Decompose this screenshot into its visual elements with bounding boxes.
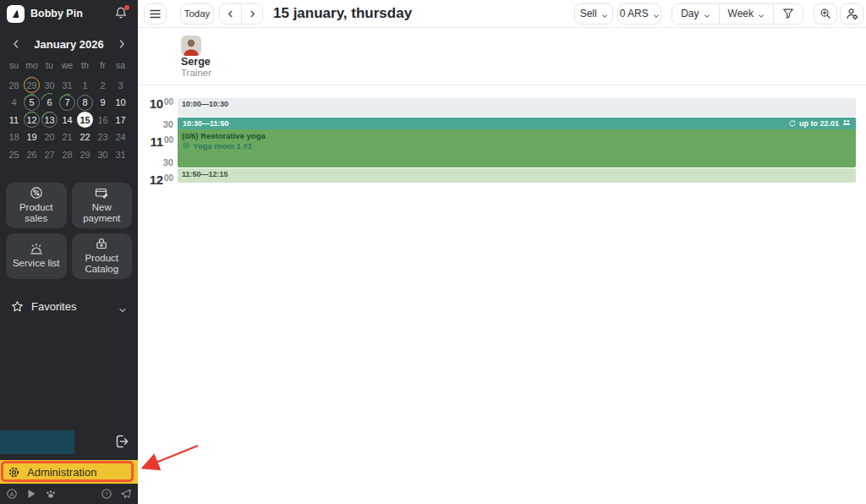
calendar-day-22[interactable]: 22 (77, 129, 93, 145)
notification-dot (124, 5, 129, 10)
svg-text:?: ? (105, 491, 108, 497)
logout-icon[interactable] (112, 432, 132, 452)
sell-button[interactable]: Sell (574, 3, 613, 25)
event-session[interactable]: 10:30—11:50up to 22.01(0/6) Restorative … (178, 118, 856, 167)
help-icon[interactable]: ? (101, 488, 112, 500)
event-recurrence: up to 22.01 (787, 119, 851, 128)
app-root: Bobby Pin January 2026 sumotuwethfrsa 28… (0, 0, 866, 504)
time-label-12:00: 1200 (138, 173, 173, 188)
administration-button[interactable]: Administration (0, 460, 138, 484)
calendar-day-31[interactable]: 31 (112, 146, 129, 162)
calendar-day-30[interactable]: 30 (95, 146, 111, 162)
view-switcher: Day Week (671, 3, 803, 25)
weekday-label: we (62, 60, 73, 70)
calendar-day-20[interactable]: 20 (41, 129, 58, 145)
new-payment-button[interactable]: New payment (72, 183, 133, 228)
favorites-row[interactable]: Favorites (0, 299, 138, 315)
prev-day-button[interactable] (220, 4, 241, 24)
calendar-day-5[interactable]: 5 (24, 95, 40, 111)
calendar-day-9[interactable]: 9 (95, 95, 111, 111)
bell-icon[interactable] (114, 6, 129, 21)
product-sales-button[interactable]: Product sales (6, 183, 67, 228)
calendar-day-29[interactable]: 29 (24, 77, 40, 93)
calendar-next-icon[interactable] (116, 38, 128, 50)
calendar-day-31[interactable]: 31 (59, 77, 75, 93)
weekday-label: th (81, 60, 89, 70)
calendar-day-23[interactable]: 23 (95, 129, 111, 145)
mini-calendar-weekdays: sumotuwethfrsa (5, 60, 138, 70)
main-area: Today 15 january, thursday Sell 0 ARS (138, 0, 866, 504)
service-bell-icon (30, 242, 43, 255)
star-icon (11, 300, 24, 313)
mini-calendar-days: 2829303112345678910111213141516171819202… (5, 77, 138, 164)
weekday-label: su (9, 60, 19, 70)
view-day-button[interactable]: Day (672, 4, 718, 24)
calendar-day-18[interactable]: 18 (6, 129, 22, 145)
event-blocked[interactable]: 11:50—12:15 (178, 168, 856, 184)
calendar-prev-icon[interactable] (10, 38, 22, 50)
calendar-day-28[interactable]: 28 (6, 77, 22, 93)
recurrence-label: up to 22.01 (799, 119, 839, 128)
calendar-day-3[interactable]: 3 (112, 77, 129, 93)
weekday-label: tu (46, 60, 53, 70)
administration-label: Administration (27, 466, 96, 479)
gear-icon (8, 466, 20, 479)
calendar-day-19[interactable]: 19 (24, 129, 40, 145)
gear-icon (182, 141, 190, 150)
staff-settings-icon[interactable] (840, 3, 863, 25)
calendar-day-26[interactable]: 26 (24, 146, 40, 162)
view-week-button[interactable]: Week (719, 4, 773, 24)
calendar-day-24[interactable]: 24 (112, 129, 129, 145)
calendar-day-17[interactable]: 17 (112, 112, 129, 128)
topbar: Today 15 january, thursday Sell 0 ARS (138, 0, 866, 28)
weekday-label: fr (100, 60, 105, 70)
event-blocked[interactable]: 10:00—10:30 (178, 98, 856, 117)
calendar-day-21[interactable]: 21 (59, 129, 75, 145)
search-zoom-icon[interactable] (814, 3, 837, 25)
calendar-day-15[interactable]: 15 (77, 112, 93, 128)
product-catalog-button[interactable]: Product Catalog (72, 233, 133, 279)
repeat-icon (787, 119, 796, 128)
quick-action-label: New payment (75, 202, 129, 224)
staff-name[interactable]: Serge (181, 56, 211, 68)
column-header-divider (138, 85, 866, 85)
menu-icon[interactable] (144, 3, 167, 25)
calendar-day-12[interactable]: 12 (24, 112, 40, 128)
calendar-day-6[interactable]: 6 (41, 95, 58, 111)
balance-button[interactable]: 0 ARS (617, 3, 661, 25)
today-button[interactable]: Today (180, 3, 214, 25)
event-time: 11:50—12:15 (178, 168, 856, 180)
calendar-day-16[interactable]: 16 (95, 112, 111, 128)
logo-pin-icon[interactable] (7, 5, 25, 23)
page-title: 15 january, thursday (273, 5, 412, 22)
avatar[interactable] (181, 36, 201, 56)
filter-funnel-icon[interactable] (773, 4, 803, 24)
calendar-day-10[interactable]: 10 (112, 95, 129, 111)
calendar-day-14[interactable]: 14 (59, 112, 75, 128)
calendar-day-27[interactable]: 27 (41, 146, 58, 162)
favorites-label: Favorites (31, 300, 76, 313)
calendar-day-7[interactable]: 7 (59, 95, 75, 111)
calendar-day-2[interactable]: 2 (95, 77, 111, 93)
paw-store-icon[interactable] (45, 488, 57, 500)
calendar-day-1[interactable]: 1 (77, 77, 93, 93)
calendar-day-11[interactable]: 11 (6, 112, 22, 128)
google-play-icon[interactable] (25, 488, 37, 500)
calendar-day-30[interactable]: 30 (41, 77, 58, 93)
calendar-day-13[interactable]: 13 (41, 112, 58, 128)
time-label-11:30: 30 (138, 154, 173, 169)
service-list-button[interactable]: Service list (6, 233, 67, 279)
calendar-day-4[interactable]: 4 (6, 95, 22, 111)
event-time: 10:00—10:30 (178, 98, 856, 110)
quick-action-label: Service list (13, 258, 60, 269)
calendar-day-25[interactable]: 25 (6, 146, 22, 162)
people-icon (842, 119, 851, 128)
lockbox-icon (95, 237, 108, 250)
next-day-button[interactable] (241, 4, 262, 24)
calendar-day-29[interactable]: 29 (77, 146, 93, 162)
card-payment-icon (95, 186, 108, 200)
calendar-day-8[interactable]: 8 (77, 95, 93, 111)
calendar-day-28[interactable]: 28 (59, 146, 75, 162)
telegram-icon[interactable] (120, 488, 132, 500)
circle-a-store-icon[interactable]: A (6, 488, 18, 500)
